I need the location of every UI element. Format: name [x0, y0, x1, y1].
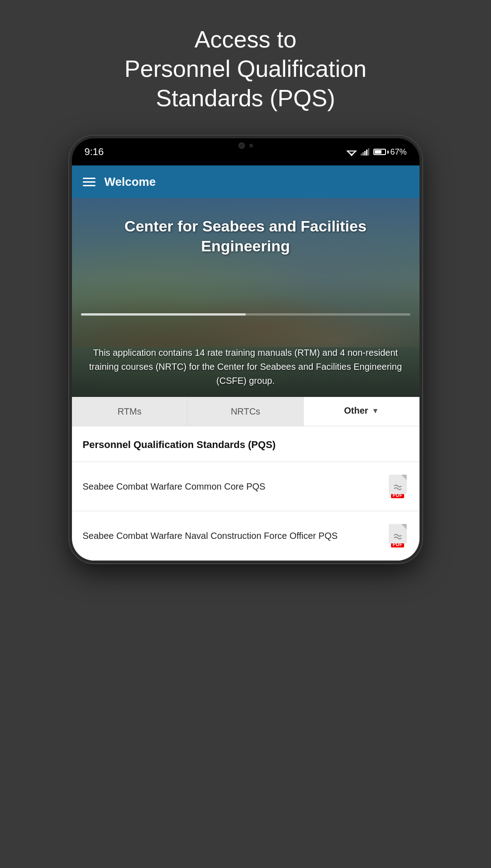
pdf-icon: PDF	[387, 524, 409, 547]
status-bar: 9:16	[72, 138, 419, 165]
status-icons: 67%	[346, 147, 406, 157]
signal-icon	[361, 148, 370, 156]
list-item-text: Seabee Combat Warfare Common Core PQS	[83, 480, 387, 493]
phone-shell: 9:16	[69, 136, 422, 563]
section-header-text: Personnel Qualification Standards (PQS)	[83, 439, 276, 450]
hero-section: Center for Seabees and Facilities Engine…	[72, 198, 419, 397]
front-camera	[238, 142, 245, 149]
power-button[interactable]	[420, 211, 422, 247]
battery-icon: 67%	[373, 147, 406, 157]
wifi-icon	[346, 148, 357, 156]
list-item-text: Seabee Combat Warfare Naval Construction…	[83, 529, 387, 542]
section-header: Personnel Qualification Standards (PQS)	[72, 426, 419, 462]
hero-progress-bar	[81, 313, 410, 316]
page-title: Access to Personnel Qualification Standa…	[88, 25, 403, 113]
pdf-icon: PDF	[387, 475, 409, 498]
hero-description: This application contains 14 rate traini…	[86, 346, 406, 388]
content-area: Personnel Qualification Standards (PQS) …	[72, 426, 419, 561]
volume-up-button[interactable]	[69, 206, 71, 229]
ir-sensor	[249, 144, 253, 147]
app-bar: Welcome	[72, 165, 419, 198]
file-wave-icon	[393, 483, 403, 492]
dropdown-arrow-icon: ▼	[372, 407, 379, 415]
list-item[interactable]: Seabee Combat Warfare Common Core PQS PD…	[72, 462, 419, 511]
app-bar-title: Welcome	[105, 175, 156, 189]
svg-rect-4	[362, 152, 364, 156]
clock: 9:16	[85, 146, 104, 158]
file-wave-icon	[393, 533, 403, 542]
tab-rtms[interactable]: RTMs	[72, 397, 188, 426]
hamburger-menu-button[interactable]	[83, 178, 95, 186]
battery-percent: 67%	[390, 147, 406, 157]
hero-title: Center for Seabees and Facilities Engine…	[86, 216, 406, 256]
list-item[interactable]: Seabee Combat Warfare Naval Construction…	[72, 511, 419, 561]
svg-rect-3	[361, 154, 362, 156]
tab-other[interactable]: Other ▼	[304, 397, 419, 426]
notch	[205, 138, 286, 153]
svg-rect-7	[368, 148, 369, 156]
svg-rect-5	[364, 151, 366, 156]
tabs-bar: RTMs NRTCs Other ▼	[72, 397, 419, 426]
volume-down-button[interactable]	[69, 238, 71, 269]
tab-nrtcs[interactable]: NRTCs	[188, 397, 304, 426]
silent-switch[interactable]	[69, 278, 71, 310]
svg-point-2	[351, 154, 353, 156]
svg-rect-6	[366, 150, 367, 156]
